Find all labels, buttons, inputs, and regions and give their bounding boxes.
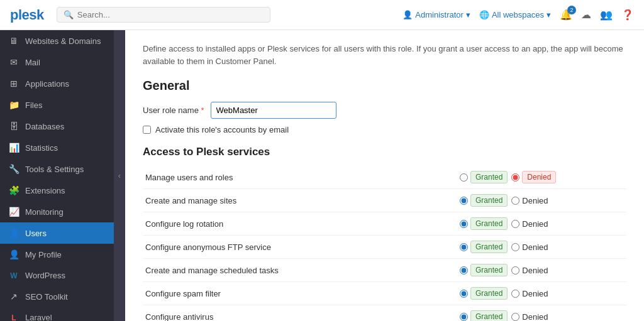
denied-option-5[interactable]: Denied (511, 289, 548, 298)
search-input[interactable] (77, 10, 264, 19)
table-row: Configure anonymous FTP service Granted … (143, 236, 626, 259)
sidebar-label: Users (25, 229, 47, 238)
activate-accounts-label: Activate this role's accounts by email (155, 125, 289, 134)
sidebar-item-users[interactable]: 👤 Users (0, 222, 114, 244)
databases-icon: 🗄 (9, 121, 19, 131)
sidebar-item-my-profile[interactable]: 👤 My Profile (0, 244, 114, 265)
radio-group-cell: Granted Denied (457, 189, 626, 212)
table-row: Create and manage scheduled tasks Grante… (143, 259, 626, 282)
sidebar: 🖥 Websites & Domains ✉ Mail ⊞ Applicatio… (0, 30, 114, 321)
sidebar-label: Websites & Domains (25, 36, 101, 46)
denied-option-2[interactable]: Denied (511, 219, 548, 229)
search-box[interactable]: 🔍 (57, 7, 270, 23)
service-label: Configure antivirus (143, 305, 457, 322)
sidebar-item-applications[interactable]: ⊞ Applications (0, 73, 114, 94)
chevron-down-icon: ▾ (466, 10, 470, 19)
sidebar-collapse-button[interactable]: ‹ (114, 30, 125, 321)
sidebar-item-wordpress[interactable]: W WordPress (0, 265, 114, 286)
sidebar-item-statistics[interactable]: 📊 Statistics (0, 137, 114, 158)
sidebar-label: Statistics (25, 143, 58, 153)
monitoring-icon: 📈 (9, 207, 19, 217)
granted-option-2[interactable]: Granted (460, 217, 508, 230)
denied-option-0[interactable]: Denied (511, 171, 556, 183)
extensions-icon: 🧩 (9, 185, 19, 195)
radio-group-cell: Granted Denied (457, 305, 626, 322)
topbar: plesk 🔍 👤 Administrator ▾ 🌐 All webspace… (0, 0, 644, 30)
required-indicator: * (201, 106, 204, 115)
topbar-right: 👤 Administrator ▾ 🌐 All webspaces ▾ 🔔 2 … (402, 9, 634, 21)
laravel-icon: L (9, 313, 19, 322)
workspace-label: All webspaces (492, 10, 544, 19)
denied-option-3[interactable]: Denied (511, 242, 548, 252)
granted-option-1[interactable]: Granted (460, 194, 508, 207)
denied-option-6[interactable]: Denied (511, 312, 548, 322)
notification-badge: 2 (567, 6, 576, 14)
denied-label: Denied (522, 266, 548, 275)
sidebar-label: Monitoring (25, 207, 64, 217)
granted-badge: Granted (470, 194, 508, 207)
denied-badge: Denied (522, 171, 556, 183)
user-icon: 👤 (402, 10, 413, 19)
granted-badge: Granted (470, 171, 508, 183)
sidebar-item-extensions[interactable]: 🧩 Extensions (0, 180, 114, 201)
denied-label: Denied (522, 219, 548, 229)
workspace-menu[interactable]: 🌐 All webspaces ▾ (479, 10, 551, 19)
search-icon: 🔍 (64, 10, 74, 19)
table-row: Create and manage sites Granted Denied (143, 189, 626, 212)
globe-icon: 🌐 (479, 10, 489, 19)
users-sidebar-icon: 👤 (9, 228, 19, 238)
radio-group-cell: Granted Denied (457, 259, 626, 282)
sidebar-item-monitoring[interactable]: 📈 Monitoring (0, 201, 114, 222)
cloud-icon[interactable]: ☁ (581, 9, 591, 21)
service-label: Create and manage scheduled tasks (143, 259, 457, 282)
sidebar-label: SEO Toolkit (25, 292, 68, 302)
activate-accounts-checkbox[interactable] (143, 126, 151, 134)
profile-icon: 👤 (9, 249, 19, 259)
access-title: Access to Plesk services (143, 146, 626, 158)
denied-option-4[interactable]: Denied (511, 266, 548, 275)
sidebar-item-websites-domains[interactable]: 🖥 Websites & Domains (0, 30, 114, 52)
granted-option-6[interactable]: Granted (460, 310, 508, 321)
sidebar-item-databases[interactable]: 🗄 Databases (0, 116, 114, 137)
service-label: Create and manage sites (143, 189, 457, 212)
denied-label: Denied (522, 289, 548, 298)
sidebar-item-mail[interactable]: ✉ Mail (0, 52, 114, 73)
sidebar-label: Laravel (25, 313, 52, 321)
user-role-label: User role name * (143, 106, 204, 115)
general-title: General (143, 79, 626, 93)
sidebar-label: Applications (25, 79, 69, 89)
granted-option-0[interactable]: Granted (460, 171, 508, 183)
sidebar-item-seo-toolkit[interactable]: ↗ SEO Toolkit (0, 286, 114, 307)
granted-option-3[interactable]: Granted (460, 241, 508, 253)
wordpress-icon: W (9, 271, 19, 280)
user-role-input[interactable] (211, 102, 336, 119)
granted-badge: Granted (470, 217, 508, 230)
notifications-button[interactable]: 🔔 2 (560, 9, 572, 21)
main-content: Define access to installed apps or Plesk… (125, 30, 644, 321)
help-icon[interactable]: ❓ (621, 9, 634, 21)
granted-option-5[interactable]: Granted (460, 287, 508, 300)
service-label: Manage users and roles (143, 166, 457, 189)
denied-label: Denied (522, 242, 548, 252)
sidebar-item-files[interactable]: 📁 Files (0, 94, 114, 116)
radio-group-cell: Granted Denied (457, 236, 626, 259)
denied-label: Denied (522, 196, 548, 205)
users-icon[interactable]: 👥 (600, 9, 613, 21)
denied-option-1[interactable]: Denied (511, 196, 548, 205)
layout: 🖥 Websites & Domains ✉ Mail ⊞ Applicatio… (0, 30, 644, 321)
sidebar-label: Extensions (25, 186, 65, 195)
sidebar-label: Databases (25, 122, 64, 131)
seo-icon: ↗ (9, 291, 19, 302)
user-label: Administrator (415, 10, 464, 19)
granted-option-4[interactable]: Granted (460, 264, 508, 276)
granted-badge: Granted (470, 264, 508, 276)
table-row: Configure antivirus Granted Denied (143, 305, 626, 322)
files-icon: 📁 (9, 100, 19, 110)
service-label: Configure log rotation (143, 212, 457, 236)
sidebar-item-tools-settings[interactable]: 🔧 Tools & Settings (0, 158, 114, 180)
user-menu[interactable]: 👤 Administrator ▾ (402, 10, 470, 19)
radio-group-cell: Granted Denied (457, 212, 626, 236)
access-table: Manage users and roles Granted Denied (143, 166, 626, 321)
table-row: Configure spam filter Granted Denied (143, 282, 626, 305)
sidebar-item-laravel[interactable]: L Laravel (0, 307, 114, 321)
